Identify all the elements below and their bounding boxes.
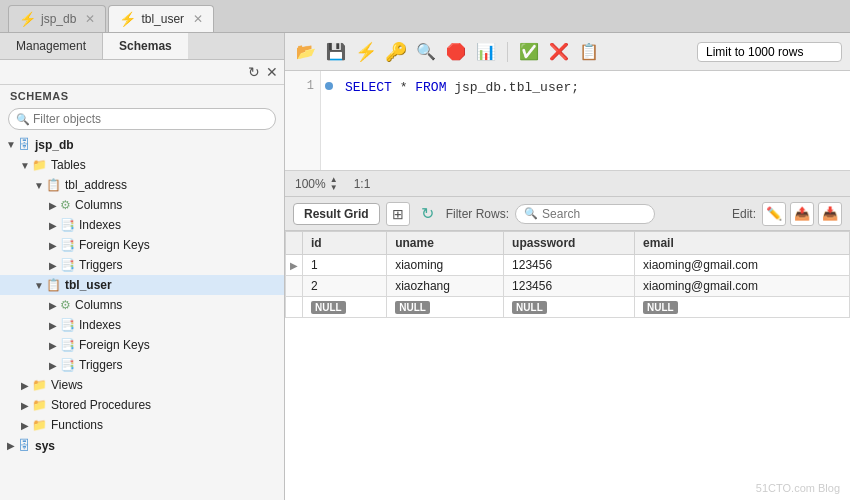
refresh-results-btn[interactable]: ↻: [416, 202, 440, 226]
expand-arrow-icon: ▶: [46, 220, 60, 231]
commit-btn[interactable]: 📋: [576, 39, 602, 65]
tree-item-tables[interactable]: ▼ 📁 Tables: [0, 155, 284, 175]
edit-pencil-btn[interactable]: ✏️: [762, 202, 786, 226]
tree-item-indexes-1[interactable]: ▶ 📑 Indexes: [0, 215, 284, 235]
line-number-1: 1: [307, 79, 314, 93]
row-arrow-1: ▶: [286, 255, 303, 276]
expand-arrow-icon: ▶: [46, 360, 60, 371]
tab-tbl-user[interactable]: ⚡ tbl_user ✕: [108, 5, 214, 32]
cancel-btn[interactable]: ❌: [546, 39, 572, 65]
cell-upassword-2[interactable]: 123456: [504, 276, 635, 297]
col-uname[interactable]: uname: [387, 232, 504, 255]
expand-arrow-icon: ▶: [46, 240, 60, 251]
code-editor[interactable]: SELECT * FROM jsp_db.tbl_user;: [337, 71, 850, 170]
limit-input[interactable]: [697, 42, 842, 62]
tree-item-columns-1[interactable]: ▶ ⚙ Columns: [0, 195, 284, 215]
tree-item-stored-procedures[interactable]: ▶ 📁 Stored Procedures: [0, 395, 284, 415]
table-row[interactable]: ▶ 1 xiaoming 123456 xiaoming@gmail.com: [286, 255, 850, 276]
cell-uname-2[interactable]: xiaozhang: [387, 276, 504, 297]
cell-id-1[interactable]: 1: [303, 255, 387, 276]
tree-item-fk-1[interactable]: ▶ 📑 Foreign Keys: [0, 235, 284, 255]
refresh-schema-icon[interactable]: ↻: [248, 64, 260, 80]
open-file-btn[interactable]: 📂: [293, 39, 319, 65]
cell-id-2[interactable]: 2: [303, 276, 387, 297]
tree-item-sys[interactable]: ▶ 🗄 sys: [0, 435, 284, 456]
col-upassword[interactable]: upassword: [504, 232, 635, 255]
tab-schemas[interactable]: Schemas: [103, 33, 188, 59]
line-dot-indicator: [321, 71, 337, 170]
tree-item-label: Foreign Keys: [79, 338, 150, 352]
tab-jsp-db-close[interactable]: ✕: [85, 12, 95, 26]
execute-btn[interactable]: ⚡: [353, 39, 379, 65]
limit-box: [697, 42, 842, 62]
panel-top-tabs: Management Schemas: [0, 33, 284, 60]
format-btn[interactable]: 📊: [473, 39, 499, 65]
null-cell-4: NULL: [635, 297, 850, 318]
columns-icon: ⚙: [60, 298, 71, 312]
grid-view-btn[interactable]: ⊞: [386, 202, 410, 226]
execution-dot: [325, 82, 333, 90]
tree-item-fk-2[interactable]: ▶ 📑 Foreign Keys: [0, 335, 284, 355]
tree-item-label: tbl_user: [65, 278, 112, 292]
stop-btn[interactable]: 🛑: [443, 39, 469, 65]
status-bar: 100% ▲▼ 1:1: [285, 171, 850, 197]
search-input[interactable]: [542, 207, 642, 221]
filter-input[interactable]: [8, 108, 276, 130]
columns-icon: ⚙: [60, 198, 71, 212]
watermark: 51CTO.com Blog: [756, 482, 840, 494]
tree-item-triggers-2[interactable]: ▶ 📑 Triggers: [0, 355, 284, 375]
tree-item-columns-2[interactable]: ▶ ⚙ Columns: [0, 295, 284, 315]
tree-item-label: Stored Procedures: [51, 398, 151, 412]
tree-item-tbl-address[interactable]: ▼ 📋 tbl_address: [0, 175, 284, 195]
expand-arrow-icon: ▶: [18, 400, 32, 411]
row-arrow-2: [286, 276, 303, 297]
check-btn[interactable]: ✅: [516, 39, 542, 65]
functions-icon: 📁: [32, 418, 47, 432]
cell-upassword-1[interactable]: 123456: [504, 255, 635, 276]
tab-tbl-user-close[interactable]: ✕: [193, 12, 203, 26]
cell-email-1[interactable]: xiaoming@gmail.com: [635, 255, 850, 276]
table-header-row: id uname upassword email: [286, 232, 850, 255]
result-grid-tab[interactable]: Result Grid: [293, 203, 380, 225]
cell-uname-1[interactable]: xiaoming: [387, 255, 504, 276]
filter-rows-label: Filter Rows:: [446, 207, 509, 221]
collapse-icon[interactable]: ✕: [266, 64, 278, 80]
keyword-from: FROM: [415, 80, 446, 95]
tab-jsp-db[interactable]: ⚡ jsp_db ✕: [8, 5, 106, 32]
tree-item-label: Triggers: [79, 358, 123, 372]
export-btn[interactable]: 📤: [790, 202, 814, 226]
expand-arrow-icon: ▶: [4, 440, 18, 451]
tree-item-label: jsp_db: [35, 138, 74, 152]
execute-all-btn[interactable]: 🔑: [383, 39, 409, 65]
expand-arrow-icon: ▶: [18, 380, 32, 391]
tree-item-indexes-2[interactable]: ▶ 📑 Indexes: [0, 315, 284, 335]
tables-folder-icon: 📁: [32, 158, 47, 172]
save-btn[interactable]: 💾: [323, 39, 349, 65]
tab-jsp-db-label: jsp_db: [41, 12, 76, 26]
zoom-stepper[interactable]: ▲▼: [330, 176, 338, 192]
keyword-select: SELECT: [345, 80, 392, 95]
import-btn[interactable]: 📥: [818, 202, 842, 226]
search-sql-btn[interactable]: 🔍: [413, 39, 439, 65]
tree-item-triggers-1[interactable]: ▶ 📑 Triggers: [0, 255, 284, 275]
tree-item-functions[interactable]: ▶ 📁 Functions: [0, 415, 284, 435]
tab-management[interactable]: Management: [0, 33, 103, 59]
results-table-wrap: id uname upassword email ▶ 1 xiaoming 12…: [285, 231, 850, 500]
tree-item-label: Foreign Keys: [79, 238, 150, 252]
tab-jsp-db-icon: ⚡: [19, 11, 36, 27]
tab-tbl-user-icon: ⚡: [119, 11, 136, 27]
edit-label: Edit:: [732, 207, 756, 221]
sys-db-icon: 🗄: [18, 438, 31, 453]
table-row[interactable]: 2 xiaozhang 123456 xiaoming@gmail.com: [286, 276, 850, 297]
col-id[interactable]: id: [303, 232, 387, 255]
tree-item-views[interactable]: ▶ 📁 Views: [0, 375, 284, 395]
null-badge: NULL: [395, 301, 430, 314]
tree: ▼ 🗄 jsp_db ▼ 📁 Tables ▼ 📋 tbl_address: [0, 134, 284, 500]
tree-item-label: Columns: [75, 298, 122, 312]
search-box: 🔍: [515, 204, 655, 224]
col-email[interactable]: email: [635, 232, 850, 255]
tree-item-label: Indexes: [79, 318, 121, 332]
tree-item-tbl-user[interactable]: ▼ 📋 tbl_user: [0, 275, 284, 295]
cell-email-2[interactable]: xiaoming@gmail.com: [635, 276, 850, 297]
tree-item-jsp-db[interactable]: ▼ 🗄 jsp_db: [0, 134, 284, 155]
